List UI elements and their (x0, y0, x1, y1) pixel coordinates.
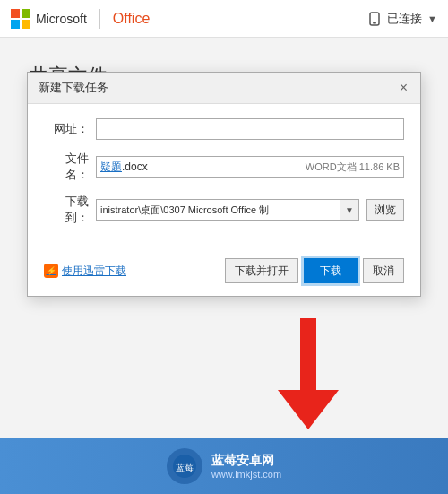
saveto-label: 下载到： (44, 194, 89, 226)
download-open-button[interactable]: 下载并打开 (225, 258, 298, 283)
dialog-body: 网址： 文件名： 疑题 .docx WORD文档 11.86 KB 下载到： ▼ (28, 104, 420, 249)
saveto-input[interactable] (96, 199, 340, 221)
download-dialog: 新建下载任务 × 网址： 文件名： 疑题 .docx WORD文档 11.86 … (27, 72, 421, 297)
cancel-button[interactable]: 取消 (363, 258, 404, 283)
brand-logo: Microsoft (11, 9, 87, 29)
svg-rect-2 (11, 20, 20, 29)
dialog-title-bar: 新建下载任务 × (28, 73, 420, 104)
filename-row: 文件名： 疑题 .docx WORD文档 11.86 KB (44, 151, 404, 183)
arrow-shaft (300, 318, 316, 390)
filename-ext: .docx (122, 160, 148, 173)
nav-right: 已连接 ▼ (367, 11, 437, 27)
nav-dropdown-icon[interactable]: ▼ (427, 13, 437, 24)
speed-download-label: 使用迅雷下载 (62, 264, 126, 279)
watermark-bar: 蓝莓 蓝莓安卓网 www.lmkjst.com (0, 438, 448, 494)
svg-rect-3 (22, 20, 30, 29)
dialog-close-button[interactable]: × (398, 81, 409, 95)
thunder-icon: ⚡ (44, 264, 58, 278)
dialog-title-text: 新建下载任务 (39, 80, 108, 96)
filename-label: 文件名： (44, 151, 89, 183)
svg-rect-1 (22, 9, 30, 18)
download-button[interactable]: 下载 (304, 258, 358, 283)
footer-buttons: 下载并打开 下载 取消 (225, 258, 404, 283)
watermark-logo: 蓝莓 (167, 448, 202, 484)
navbar: Microsoft Office 已连接 ▼ (0, 0, 448, 38)
product-name: Office (113, 11, 151, 27)
saveto-dropdown-button[interactable]: ▼ (340, 199, 359, 221)
url-input[interactable] (96, 118, 404, 140)
arrow-head (278, 390, 339, 429)
watermark-text: 蓝莓安卓网 www.lmkjst.com (211, 453, 281, 480)
nav-divider (99, 9, 100, 29)
dialog-footer: ⚡ 使用迅雷下载 下载并打开 下载 取消 (28, 249, 420, 296)
filename-input-wrap: 疑题 .docx WORD文档 11.86 KB (96, 156, 404, 178)
svg-text:蓝莓: 蓝莓 (176, 463, 194, 472)
phone-icon (367, 12, 382, 26)
microsoft-logo-icon (11, 9, 30, 29)
arrow-indicator (278, 318, 339, 429)
brand-name: Microsoft (36, 12, 87, 26)
url-label: 网址： (44, 121, 89, 137)
main-content: 共享文件 W 文档.docx 12 KB 已接收 ✓ 新建下载任务 × 网址： … (0, 38, 448, 172)
filename-value-blue: 疑题 (100, 160, 122, 175)
watermark-url: www.lmkjst.com (211, 469, 281, 480)
svg-rect-0 (11, 9, 20, 18)
saveto-row: 下载到： ▼ 浏览 (44, 194, 404, 226)
watermark-site-name: 蓝莓安卓网 (211, 453, 281, 469)
url-row: 网址： (44, 118, 404, 140)
connection-status: 已连接 (387, 11, 422, 27)
speed-download-link[interactable]: ⚡ 使用迅雷下载 (44, 264, 126, 279)
saveto-input-wrap: ▼ (96, 199, 359, 221)
filename-meta: WORD文档 11.86 KB (306, 160, 400, 174)
browse-button[interactable]: 浏览 (366, 199, 404, 221)
saveto-dropdown-icon: ▼ (345, 205, 354, 215)
svg-rect-5 (373, 22, 376, 24)
